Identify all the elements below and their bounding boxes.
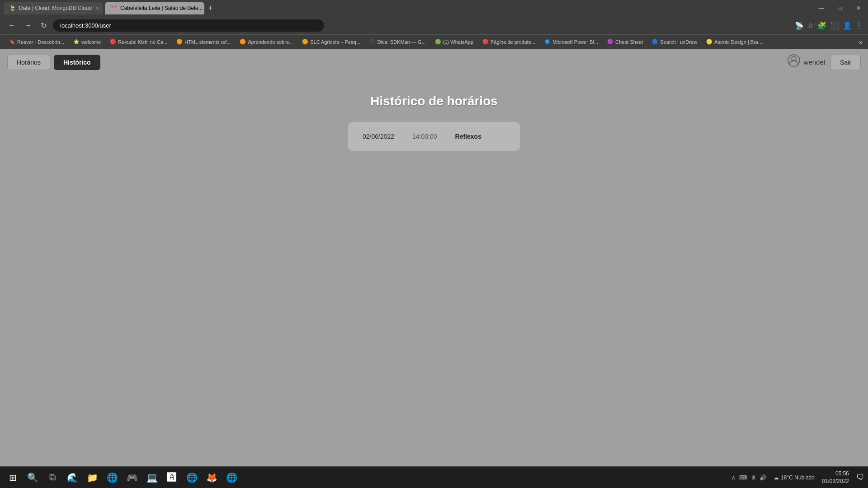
extensions-icon[interactable]: 🧩 [817,21,826,30]
notification-icon[interactable]: 🗨 [856,473,864,482]
cast-icon[interactable]: 📡 [795,21,804,30]
chevron-up-icon[interactable]: ∧ [731,474,736,481]
bookmark-slc[interactable]: 🟠 SLC Agrícola – Pesq... [298,38,364,46]
bookmark-label-whatsapp: (1) WhatsApp [443,39,473,45]
bookmark-label-cheatsheet: Cheat Sheet [615,39,643,45]
bookmark-icon-powerbi: 🔷 [544,39,551,45]
bookmark-icon-reaver: 🔖 [9,39,15,45]
bookmark-icon-sdkman: ⚫ [369,39,376,45]
volume-icon[interactable]: 🔊 [760,474,766,481]
tab-title-mongodb: Data | Cloud: MongoDB Cloud [19,5,92,11]
bookmark-pagina[interactable]: 🔴 Página de produto... [479,38,539,46]
forward-button[interactable]: → [22,19,34,31]
user-name-label: wendel [804,58,826,66]
bookmark-label-powerbi: Microsoft Power Bl... [552,39,598,45]
taskbar-time: 05:56 [822,470,849,478]
search-icon[interactable]: 🔍 [24,469,42,487]
bookmarks-more-icon[interactable]: » [859,38,863,46]
close-button[interactable]: ✕ [849,1,868,15]
tab-mongodb[interactable]: 🍃 Data | Cloud: MongoDB Cloud ✕ [4,2,103,14]
menu-icon[interactable]: ⋮ [855,21,863,30]
bookmark-label-rakudai: Rakudai Kishi no Ca... [118,39,167,45]
historico-nav-button[interactable]: Histórico [54,55,100,70]
bookmark-icon-welcome: ⭐ [73,39,80,45]
vscode-icon[interactable]: 💻 [143,469,161,487]
bookmark-icon-cheatsheet: 🟣 [607,39,613,45]
taskbar-clock[interactable]: 05:56 01/08/2022 [822,470,849,485]
bookmark-label-sdkman: Dica: SDKMan — G... [377,39,426,45]
display-icon[interactable]: 🖥 [750,474,756,481]
tab-title-cabeleleila: Cabeleleila Leila | Salão de Bele... [120,5,203,11]
bookmark-icon-atomic: 🟡 [706,39,712,45]
reload-button[interactable]: ↻ [38,19,49,32]
profile-icon[interactable]: 👤 [843,21,852,30]
bookmark-label-pagina: Página de produto... [491,39,535,45]
url-input[interactable] [53,19,324,32]
navbar-right: wendel Sair [788,54,861,70]
main-content: Histórico de horários 02/06/2022 14:00:0… [0,76,868,169]
tab-cabeleleila[interactable]: ✂️ Cabeleleila Leila | Salão de Bele... … [105,2,204,14]
maximize-button[interactable]: □ [831,1,849,15]
bookmark-icon-whatsapp: 🟢 [435,39,441,45]
file-explorer-icon[interactable]: 📁 [83,469,101,487]
bookmarks-bar: 🔖 Reaver - Descobrin... ⭐ welcome 🔴 Raku… [0,34,868,49]
angular-icon[interactable]: 🅰 [163,469,181,487]
history-entry-card: 02/06/2022 14:00:00 Reflexos [348,122,520,151]
chrome3-icon[interactable]: 🌐 [222,469,241,487]
bookmark-whatsapp[interactable]: 🟢 (1) WhatsApp [431,38,477,46]
start-icon[interactable]: ⊞ [4,469,22,487]
tab-favicon-mongodb: 🍃 [9,5,15,11]
back-button[interactable]: ← [5,19,18,31]
bookmark-sdkman[interactable]: ⚫ Dica: SDKMan — G... [366,38,429,46]
bookmark-cheatsheet[interactable]: 🟣 Cheat Sheet [604,38,646,46]
bookmark-icon-pagina: 🔴 [482,39,489,45]
bookmark-welcome[interactable]: ⭐ welcome [70,38,104,46]
history-service: Reflexos [455,133,481,140]
page-title: Histórico de horários [370,94,498,108]
user-avatar-icon [788,54,800,70]
bookmark-label-reaver: Reaver - Descobrin... [17,39,64,45]
keyboard-icon[interactable]: ⌨ [739,474,747,481]
chrome2-icon[interactable]: 🌐 [183,469,201,487]
user-info: wendel [788,54,826,70]
bookmark-powerbi[interactable]: 🔷 Microsoft Power Bl... [541,38,602,46]
new-tab-button[interactable]: + [206,2,215,15]
weather-icon: ☁ [774,474,779,481]
bookmark-icon-rakudai: 🔴 [110,39,116,45]
bookmark-label-welcome: welcome [81,39,101,45]
tab-close-mongodb[interactable]: ✕ [95,6,99,11]
bookmark-rakudai[interactable]: 🔴 Rakudai Kishi no Ca... [106,38,171,46]
horarios-nav-button[interactable]: Horários [7,55,50,70]
task-view-icon[interactable]: ⧉ [43,469,61,487]
bookmark-undraw[interactable]: 🔵 Search | unDraw [648,38,701,46]
sair-button[interactable]: Sair [830,55,861,70]
bookmark-label-undraw: Search | unDraw [660,39,697,45]
edge-browser-icon[interactable]: 🌊 [63,469,81,487]
bookmark-label-html: HTML elements ref... [184,39,231,45]
bookmark-label-aprendendo: Aprendendo sobre... [248,39,293,45]
bookmark-star-icon[interactable]: ☆ [807,21,814,30]
firefox-icon[interactable]: 🦊 [203,469,221,487]
bookmark-atomic[interactable]: 🟡 Atomic Design | Bra... [703,38,766,46]
taskbar-right: ∧ ⌨ 🖥 🔊 ☁ 18°C Nublado 05:56 01/08/2022 … [731,470,864,485]
sidebar-toggle-icon[interactable]: ⬛ [830,21,839,30]
address-bar: ← → ↻ 📡 ☆ 🧩 ⬛ 👤 ⋮ [0,16,868,34]
bookmark-icon-undraw: 🔵 [652,39,658,45]
bookmark-icon-html: 🟠 [176,39,183,45]
steam-icon[interactable]: 🎮 [123,469,141,487]
bookmark-icon-aprendendo: 🟠 [240,39,246,45]
bookmark-icon-slc: 🟠 [302,39,308,45]
history-time: 14:00:00 [412,133,437,140]
minimize-button[interactable]: — [811,1,831,15]
tab-favicon-cabeleleila: ✂️ [110,5,117,11]
history-date: 02/06/2022 [363,133,394,140]
bookmark-label-slc: SLC Agrícola – Pesq... [310,39,360,45]
bookmark-aprendendo[interactable]: 🟠 Aprendendo sobre... [236,38,297,46]
taskbar: ⊞ 🔍 ⧉ 🌊 📁 🌐 🎮 💻 🅰 🌐 🦊 🌐 ∧ ⌨ 🖥 🔊 ☁ 18°C N… [0,466,868,488]
app-navbar: Horários Histórico wendel Sair [0,49,868,76]
bookmark-html[interactable]: 🟠 HTML elements ref... [173,38,234,46]
taskbar-date: 01/08/2022 [822,478,849,485]
weather-info: ☁ 18°C Nublado [774,474,815,481]
chrome-icon[interactable]: 🌐 [103,469,121,487]
bookmark-reaver[interactable]: 🔖 Reaver - Descobrin... [5,38,68,46]
